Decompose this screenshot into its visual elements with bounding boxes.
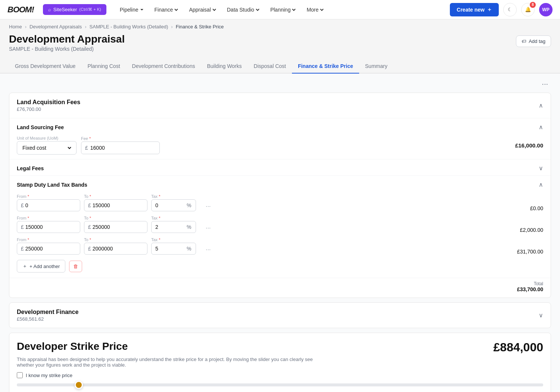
site-seeker-shortcut: (Ctrl/⌘ + K) xyxy=(79,7,101,12)
nav-appraisal[interactable]: Appraisal xyxy=(184,4,221,16)
land-sourcing-fee-title: Land Sourcing Fee xyxy=(17,124,64,130)
page-title: Development Appraisal xyxy=(9,33,125,45)
strike-price-amount: £884,000 xyxy=(494,340,543,354)
chevron-down-icon: ∨ xyxy=(539,312,543,319)
developer-strike-price-section: Developer Strike Price £884,000 This app… xyxy=(9,333,551,392)
tab-planning-cost[interactable]: Planning Cost xyxy=(81,59,126,74)
delete-button[interactable]: 🗑 xyxy=(69,261,82,272)
legal-fees-title: Legal Fees xyxy=(17,165,44,171)
row-more-button-1[interactable]: ··· xyxy=(204,223,212,233)
add-another-button[interactable]: ＋ + Add another xyxy=(17,260,65,273)
tab-finance-strike-price[interactable]: Finance & Strike Price xyxy=(292,59,359,74)
chevron-down-icon xyxy=(212,7,217,12)
nav-finance[interactable]: Finance xyxy=(150,4,183,16)
from-field-0: From * £ xyxy=(17,194,80,211)
land-sourcing-fee-header[interactable]: Land Sourcing Fee ∧ xyxy=(9,118,551,134)
land-sourcing-fee-amount: £16,000.00 xyxy=(515,142,543,149)
development-finance-header[interactable]: Development Finance £568,561.62 ∨ xyxy=(9,303,551,328)
breadcrumb-home[interactable]: Home xyxy=(9,24,22,29)
dark-mode-toggle[interactable]: ☾ xyxy=(503,3,517,16)
fee-input-wrap: £ xyxy=(81,141,160,154)
stamp-duty-header[interactable]: Stamp Duty Land Tax Bands ∧ xyxy=(9,176,551,192)
row-actions-1: ··· xyxy=(204,223,212,233)
row-amount-0: £0.00 xyxy=(530,205,543,211)
tax-input-0[interactable] xyxy=(155,202,185,208)
land-acquisition-header[interactable]: Land Acquisition Fees £76,700.00 ∧ xyxy=(9,93,551,118)
from-field-2: From * £ xyxy=(17,237,80,255)
row-actions-2: ··· xyxy=(204,245,212,255)
uom-select[interactable]: Fixed cost xyxy=(21,144,72,151)
options-row: ··· xyxy=(9,74,551,93)
currency-prefix: £ xyxy=(85,145,88,151)
chevron-down-icon xyxy=(255,7,260,12)
more-options-button[interactable]: ··· xyxy=(539,78,551,90)
strike-price-title: Developer Strike Price xyxy=(17,340,128,352)
tax-band-row: From * £ To * £ Tax * xyxy=(9,192,551,214)
stamp-duty-total-row: Total £33,700.00 xyxy=(9,278,551,298)
site-seeker-button[interactable]: ⌕ SiteSeeker (Ctrl/⌘ + K) xyxy=(43,4,106,15)
page-subtitle: SAMPLE - Building Works (Detailed) xyxy=(9,46,125,52)
row-more-button-2[interactable]: ··· xyxy=(204,245,212,255)
nav-planning[interactable]: Planning xyxy=(266,4,301,16)
know-strike-price-label[interactable]: I know my strike price xyxy=(26,373,72,378)
row-more-button-0[interactable]: ··· xyxy=(204,202,212,211)
avatar[interactable]: WP xyxy=(539,3,553,16)
tab-bar: Gross Development Value Planning Cost De… xyxy=(0,53,560,74)
chevron-down-icon xyxy=(174,7,178,12)
tab-development-contributions[interactable]: Development Contributions xyxy=(126,59,201,74)
land-sourcing-fee-section: Land Sourcing Fee ∧ Unit of Measure (UoM… xyxy=(9,118,551,159)
land-acquisition-title: Land Acquisition Fees xyxy=(17,99,80,106)
legal-fees-header[interactable]: Legal Fees ∨ xyxy=(9,159,551,175)
total-label: Total xyxy=(517,281,543,286)
tab-disposal-cost[interactable]: Disposal Cost xyxy=(248,59,292,74)
create-new-button[interactable]: Create new ＋ xyxy=(450,3,499,16)
notifications-button[interactable]: 🔔 8 xyxy=(521,3,535,16)
slider-track[interactable] xyxy=(17,383,543,386)
stamp-duty-title: Stamp Duty Land Tax Bands xyxy=(17,182,87,188)
nav-more[interactable]: More xyxy=(302,4,329,16)
development-finance-section: Development Finance £568,561.62 ∨ xyxy=(9,302,551,328)
tab-building-works[interactable]: Building Works xyxy=(201,59,248,74)
moon-icon: ☾ xyxy=(508,7,512,12)
from-input-1[interactable] xyxy=(25,224,55,230)
tax-input-2[interactable] xyxy=(155,246,185,252)
nav-pipeline[interactable]: Pipeline xyxy=(115,4,149,16)
tax-field-1: Tax * % xyxy=(151,216,196,233)
tab-summary[interactable]: Summary xyxy=(359,59,393,74)
notification-badge: 8 xyxy=(530,2,536,8)
fee-field-group: Fee * £ xyxy=(81,136,160,154)
page-title-area: Development Appraisal SAMPLE - Building … xyxy=(0,29,560,52)
legal-fees-section: Legal Fees ∨ xyxy=(9,159,551,175)
chevron-up-icon: ∧ xyxy=(539,102,543,109)
main-header: BOOM! ⌕ SiteSeeker (Ctrl/⌘ + K) Pipeline… xyxy=(0,0,560,19)
slider-thumb[interactable] xyxy=(75,381,83,389)
row-amount-2: £31,700.00 xyxy=(517,249,543,255)
to-field-2: To * £ xyxy=(84,237,147,255)
to-input-2[interactable] xyxy=(93,246,122,252)
add-tag-button[interactable]: 🏷 Add tag xyxy=(516,35,551,47)
chevron-down-icon xyxy=(320,7,324,12)
breadcrumb-separator: › xyxy=(171,24,172,29)
from-input-0[interactable] xyxy=(25,202,55,208)
add-another-row: ＋ + Add another 🗑 xyxy=(9,257,551,278)
slider-wrap xyxy=(17,383,543,386)
nav-data-studio[interactable]: Data Studio xyxy=(223,4,264,16)
currency-prefix: £ xyxy=(88,202,91,208)
chevron-down-icon xyxy=(292,7,296,12)
trash-icon: 🗑 xyxy=(73,264,78,269)
breadcrumb-separator: › xyxy=(25,24,27,29)
strike-price-description: This appraisal has been designed to help… xyxy=(17,357,315,368)
breadcrumb-dev-appraisals[interactable]: Development Appraisals xyxy=(29,24,82,29)
fee-input[interactable] xyxy=(90,145,156,151)
to-input-1[interactable] xyxy=(93,224,122,230)
breadcrumb-sample[interactable]: SAMPLE - Building Works (Detailed) xyxy=(90,24,168,29)
uom-select-wrap[interactable]: Fixed cost xyxy=(17,141,77,155)
strike-price-checkbox-row: I know my strike price xyxy=(17,372,543,378)
tax-input-1[interactable] xyxy=(155,224,185,230)
to-input-0[interactable] xyxy=(93,202,122,208)
tab-gross-development-value[interactable]: Gross Development Value xyxy=(9,59,81,74)
from-input-2[interactable] xyxy=(25,246,55,252)
know-strike-price-checkbox[interactable] xyxy=(17,372,23,378)
stamp-duty-section: Stamp Duty Land Tax Bands ∧ From * £ To … xyxy=(9,175,551,298)
currency-prefix: £ xyxy=(88,246,91,252)
